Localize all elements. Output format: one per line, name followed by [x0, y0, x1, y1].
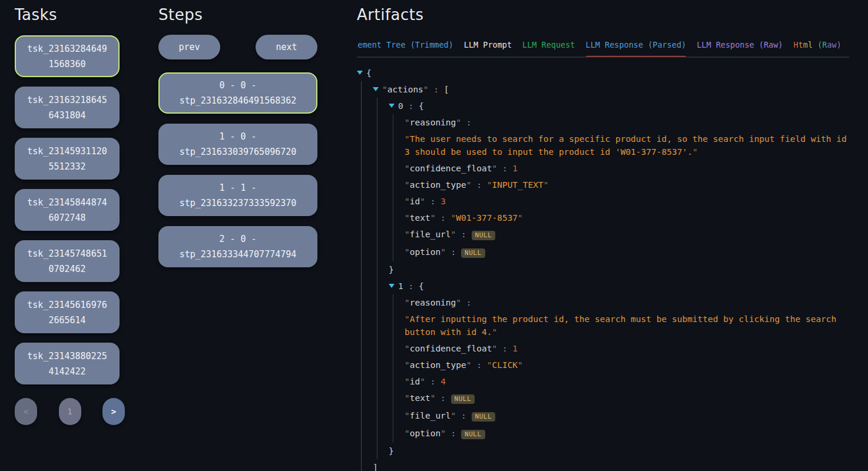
json-colon: : [446, 247, 461, 257]
json-line: ] [373, 459, 849, 471]
json-colon: : [497, 344, 512, 353]
task-button[interactable]: tsk_231459311205512332 [15, 138, 120, 180]
json-line: "file_url" : NULL [405, 226, 849, 244]
tab-element-tree-trimmed[interactable]: Element Tree (Trimmed) [357, 35, 453, 57]
task-button[interactable]: tsk_231438802254142422 [15, 343, 120, 384]
json-key: "text" [405, 213, 435, 223]
json-line: } [389, 443, 849, 459]
tasks-panel: Tasks tsk_231632846491568360tsk_23163218… [15, 6, 127, 425]
task-button[interactable]: tsk_231456169762665614 [15, 291, 120, 333]
json-key: "actions" [382, 85, 429, 94]
artifact-tabs: Element Tree (Trimmed)LLM PromptLLM Requ… [357, 35, 849, 58]
step-button[interactable]: 0 - 0 - stp_231632846491568362 [158, 72, 317, 114]
collapse-triangle-icon[interactable] [373, 87, 379, 91]
json-string-value: "The user needs to search for a specific… [405, 134, 847, 157]
json-line: "option" : NULL [405, 244, 849, 261]
json-line: "reasoning" : [405, 114, 849, 131]
json-viewer: {"actions" : [0 : {"reasoning" : "The us… [357, 65, 849, 471]
pagination-page-button[interactable]: 1 [59, 398, 81, 425]
tab-html-raw[interactable]: Html (Raw) [794, 35, 842, 57]
json-null-badge: NULL [451, 394, 475, 404]
task-button[interactable]: tsk_231458448746072748 [15, 189, 120, 231]
json-colon: : [472, 180, 487, 190]
json-line: "After inputting the product id, the sea… [405, 311, 849, 340]
json-null-badge: NULL [461, 430, 485, 439]
tasks-pagination: < 1 > [15, 398, 125, 425]
collapse-triangle-icon[interactable] [389, 104, 395, 108]
json-line: "confidence_float" : 1 [405, 340, 849, 357]
json-punctuation: { [419, 101, 424, 111]
artifacts-panel: Artifacts Element Tree (Trimmed)LLM Prom… [357, 6, 849, 471]
json-line: "option" : NULL [405, 425, 849, 443]
json-key: "confidence_float" [405, 164, 497, 173]
json-key: "action_type" [405, 360, 472, 370]
collapse-triangle-icon[interactable] [389, 284, 395, 288]
steps-nav: prev next [158, 35, 317, 59]
json-key: "file_url" [405, 411, 456, 420]
task-list: tsk_231632846491568360tsk_23163218645643… [15, 35, 127, 384]
json-line: "action_type" : "INPUT_TEXT" [405, 177, 849, 193]
step-list: 0 - 0 - stp_2316328464915683621 - 0 - st… [158, 72, 317, 267]
json-line: 0 : { [389, 98, 849, 114]
json-number-value: 4 [440, 377, 446, 386]
json-key: "reasoning" [405, 118, 461, 127]
json-null-badge: NULL [472, 231, 496, 240]
json-colon: : [435, 213, 450, 223]
tab-llm-prompt[interactable]: LLM Prompt [464, 35, 512, 57]
task-button[interactable]: tsk_231632846491568360 [15, 35, 120, 77]
collapse-triangle-icon[interactable] [357, 71, 363, 75]
json-colon: : [472, 360, 487, 370]
json-key: "file_url" [405, 230, 456, 239]
json-line: } [389, 261, 849, 278]
json-array-index: 1 [398, 281, 403, 291]
json-colon: : [461, 118, 471, 127]
tab-llm-response-raw[interactable]: LLM Response (Raw) [697, 35, 783, 57]
json-punctuation: } [389, 446, 394, 456]
json-line: 1 : { [389, 278, 849, 294]
step-button[interactable]: 1 - 1 - stp_231633237333592370 [158, 175, 317, 216]
json-indent-block: "reasoning" : "The user needs to search … [393, 114, 849, 261]
json-key: "reasoning" [405, 298, 461, 307]
json-key: "confidence_float" [405, 344, 497, 353]
steps-prev-button[interactable]: prev [158, 35, 220, 59]
json-null-badge: NULL [461, 248, 485, 258]
artifacts-title: Artifacts [357, 6, 849, 24]
json-number-value: 1 [512, 344, 518, 353]
json-string-value: "CLICK" [487, 360, 523, 370]
json-key: "id" [405, 197, 425, 206]
json-colon: : [456, 411, 471, 420]
json-indent-block: "reasoning" : "After inputting the produ… [393, 294, 849, 443]
json-line: "text" : "W01-377-8537" [405, 210, 849, 226]
step-button[interactable]: 2 - 0 - stp_231633344707774794 [158, 226, 317, 267]
json-key: "option" [405, 429, 446, 438]
tab-llm-response-parsed[interactable]: LLM Response (Parsed) [586, 35, 687, 57]
json-string-value: "After inputting the product id, the sea… [405, 314, 836, 337]
json-colon: : [429, 85, 444, 94]
steps-title: Steps [158, 6, 317, 24]
json-number-value: 3 [440, 197, 446, 206]
json-colon: : [497, 164, 512, 173]
json-string-value: "INPUT_TEXT" [487, 180, 549, 190]
json-punctuation: { [366, 68, 372, 78]
json-colon: : [461, 298, 471, 307]
json-punctuation: } [389, 265, 394, 274]
json-line: "text" : NULL [405, 390, 849, 407]
pagination-prev-button[interactable]: < [15, 398, 37, 425]
task-button[interactable]: tsk_231457486510702462 [15, 240, 120, 282]
json-colon: : [456, 230, 471, 239]
task-button[interactable]: tsk_231632186456431804 [15, 87, 120, 128]
step-button[interactable]: 1 - 0 - stp_231633039765096720 [158, 124, 317, 165]
json-key: "action_type" [405, 180, 472, 190]
tab-llm-request[interactable]: LLM Request [522, 35, 575, 57]
json-string-value: "W01-377-8537" [451, 213, 523, 223]
steps-next-button[interactable]: next [256, 35, 317, 59]
json-indent-block: 0 : {"reasoning" : "The user needs to se… [377, 98, 849, 459]
json-line: "id" : 3 [405, 193, 849, 210]
json-number-value: 1 [512, 164, 518, 173]
pagination-next-button[interactable]: > [102, 398, 125, 425]
steps-panel: Steps prev next 0 - 0 - stp_231632846491… [158, 6, 317, 277]
json-array-index: 0 [398, 101, 403, 111]
json-punctuation: [ [444, 85, 449, 94]
json-key: "option" [405, 247, 446, 257]
json-null-badge: NULL [472, 412, 496, 422]
